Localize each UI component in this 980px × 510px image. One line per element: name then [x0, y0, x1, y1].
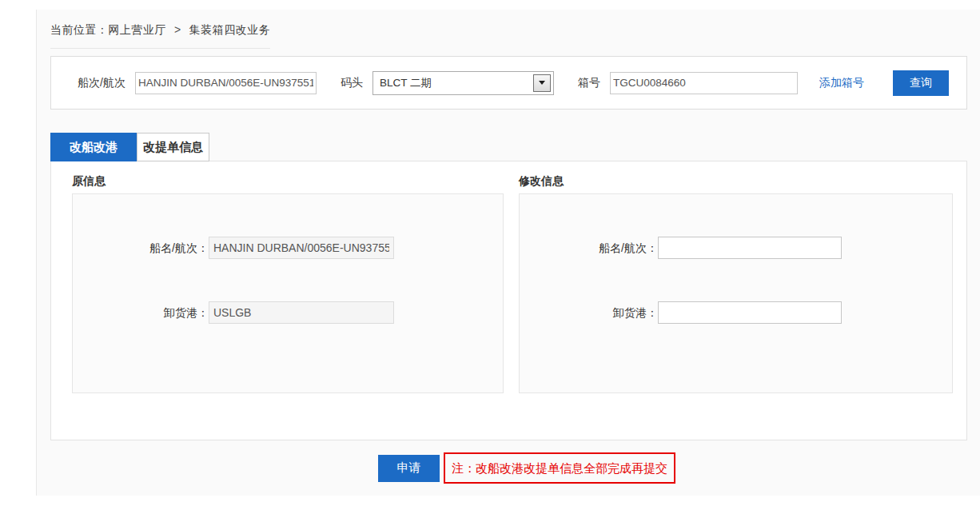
terminal-label: 码头	[341, 76, 363, 90]
add-container-link[interactable]: 添加箱号	[819, 76, 864, 90]
modified-info-title: 修改信息	[519, 174, 564, 189]
footer-action-row: 申请 注：改船改港改提单信息全部完成再提交	[50, 452, 967, 484]
tab-change-vessel-port[interactable]: 改船改港	[50, 133, 137, 161]
terminal-select[interactable]: BLCT 二期	[372, 71, 554, 95]
dropdown-arrow-icon[interactable]	[533, 74, 551, 92]
original-vessel-label: 船名/航次：	[73, 237, 209, 259]
modified-discharge-port-label: 卸货港：	[520, 301, 658, 324]
original-info-panel: 船名/航次： 卸货港：	[72, 193, 504, 393]
modified-info-panel: 船名/航次： 卸货港：	[519, 193, 953, 393]
original-discharge-port-row: 卸货港：	[73, 301, 503, 324]
apply-button[interactable]: 申请	[378, 455, 440, 482]
tab-content-panel: 原信息 修改信息 船名/航次： 卸货港： 船名/航次： 卸货港：	[50, 161, 967, 440]
modified-vessel-input[interactable]	[658, 237, 842, 259]
modified-discharge-port-row: 卸货港：	[520, 301, 952, 324]
original-discharge-port-input	[209, 301, 394, 324]
vessel-voyage-label: 船次/航次	[78, 76, 125, 90]
container-number-label: 箱号	[578, 76, 600, 90]
modified-vessel-row: 船名/航次：	[520, 237, 952, 259]
modified-vessel-label: 船名/航次：	[520, 237, 658, 259]
terminal-selected-value: BLCT 二期	[380, 72, 432, 94]
vessel-voyage-input[interactable]	[135, 72, 317, 94]
breadcrumb: 当前位置：网上营业厅>集装箱四改业务	[50, 23, 270, 49]
breadcrumb-location-label: 当前位置：	[50, 23, 109, 36]
original-vessel-input	[209, 237, 394, 259]
submit-note: 注：改船改港改提单信息全部完成再提交	[444, 452, 675, 484]
search-form: 船次/航次 码头 BLCT 二期 箱号 添加箱号 查询	[50, 56, 967, 110]
tab-change-bl-info[interactable]: 改提单信息	[137, 133, 209, 161]
breadcrumb-current-page: 集装箱四改业务	[189, 23, 271, 36]
breadcrumb-separator: >	[174, 23, 181, 36]
breadcrumb-parent-link[interactable]: 网上营业厅	[109, 23, 167, 36]
container-number-input[interactable]	[610, 72, 798, 94]
tab-bar: 改船改港 改提单信息	[50, 133, 967, 161]
query-button[interactable]: 查询	[893, 70, 949, 96]
main-content-area: 当前位置：网上营业厅>集装箱四改业务 船次/航次 码头 BLCT 二期 箱号 添…	[36, 10, 980, 496]
original-discharge-port-label: 卸货港：	[73, 301, 209, 324]
original-vessel-row: 船名/航次：	[73, 237, 503, 259]
modified-discharge-port-input[interactable]	[658, 301, 842, 324]
original-info-title: 原信息	[72, 174, 106, 189]
